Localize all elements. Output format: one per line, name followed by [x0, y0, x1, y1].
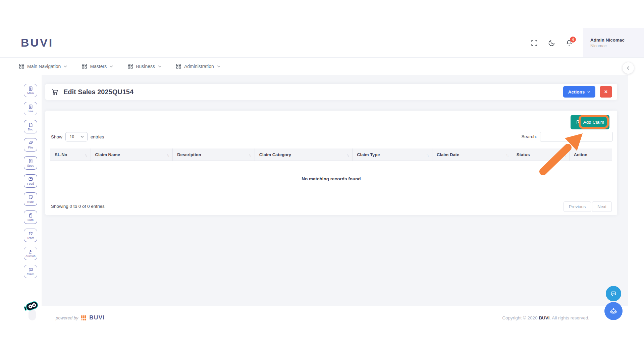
pagination: Previous Next	[564, 201, 612, 212]
chat-bubble-icon	[28, 267, 33, 272]
column-header-slno[interactable]: SL.No ↑↓	[50, 148, 91, 161]
column-header-description[interactable]: Description ↑↓	[173, 148, 255, 161]
nav-label: Main Navigation	[27, 64, 61, 69]
column-header-claim-name[interactable]: Claim Name ↑↓	[91, 148, 173, 161]
gavel-icon	[28, 249, 33, 254]
sidebar-item-sum[interactable]: Sum	[24, 210, 37, 224]
tag-icon	[28, 213, 33, 218]
grid-icon	[82, 64, 87, 69]
cart-icon	[51, 88, 59, 96]
sidebar-item-label: Auction	[25, 254, 36, 258]
document-lines-icon	[28, 104, 33, 109]
empty-table-message: No matching records found	[302, 176, 361, 181]
collapse-panel-button[interactable]	[623, 62, 634, 74]
page-title-card: Edit Sales 2025QU154 Actions ×	[45, 84, 617, 100]
sidebar-item-label: Spec	[27, 164, 34, 167]
sidebar-item-label: Claim	[27, 273, 35, 276]
sidebar-item-team[interactable]: Team	[24, 229, 37, 242]
fullscreen-icon[interactable]	[531, 39, 538, 47]
column-label: SL.No	[55, 152, 67, 157]
app-logo[interactable]: BUVI	[21, 36, 53, 49]
add-claim-icon	[576, 120, 581, 125]
chat-fab-button[interactable]	[606, 286, 621, 301]
previous-page-button[interactable]: Previous	[564, 201, 591, 212]
nav-label: Masters	[90, 64, 107, 69]
robot-assistant-fab-button[interactable]	[604, 302, 623, 320]
document-lines-icon	[28, 159, 33, 164]
note-icon	[28, 195, 33, 200]
page-size-select[interactable]: 10	[65, 132, 88, 141]
sidebar-item-file[interactable]: File	[24, 138, 37, 152]
page-size-value: 10	[70, 134, 74, 139]
actions-button-label: Actions	[568, 89, 585, 95]
chat-dots-icon	[610, 290, 617, 297]
nav-label: Business	[136, 64, 155, 69]
grid-icon	[176, 64, 181, 69]
close-button[interactable]: ×	[600, 86, 612, 98]
copyright-prefix: Copyright © 2020	[502, 315, 539, 320]
notifications-bell-icon[interactable]: 4	[566, 39, 573, 47]
chevron-down-icon	[217, 65, 220, 67]
search-label: Search:	[521, 134, 537, 139]
column-label: Status	[517, 152, 530, 157]
sort-icons: ↑↓	[506, 153, 508, 156]
sort-icons: ↑↓	[85, 153, 87, 156]
search-input[interactable]	[540, 132, 612, 141]
sidebar-item-label: Doc	[28, 128, 33, 131]
robot-icon	[609, 307, 618, 315]
sidebar-item-feed[interactable]: Feed	[24, 174, 37, 188]
table-header-row: SL.No ↑↓ Claim Name ↑↓ Description ↑↓ Cl…	[50, 148, 612, 161]
column-header-status[interactable]: Status ↑↓	[512, 148, 570, 161]
table-empty-body: No matching records found	[50, 161, 612, 197]
powered-by: powered by BUVI	[56, 314, 105, 321]
feedback-icon	[28, 177, 33, 182]
sidebar-item-label: File	[28, 146, 33, 149]
dark-mode-moon-icon[interactable]	[548, 39, 555, 47]
entries-label: entries	[91, 134, 104, 139]
grid-icon	[19, 64, 24, 69]
add-claim-label: Add Claim	[583, 120, 604, 125]
nav-item-main-navigation[interactable]: Main Navigation	[19, 64, 67, 69]
sidebar-item-label: Feed	[27, 182, 34, 185]
chevron-down-icon	[64, 65, 67, 67]
next-page-button[interactable]: Next	[592, 201, 612, 212]
sidebar-item-main[interactable]: Main	[24, 84, 37, 97]
column-label: Claim Type	[357, 152, 380, 157]
team-icon	[28, 231, 33, 236]
show-label: Show	[51, 134, 62, 139]
sidebar-item-claim[interactable]: Claim	[24, 265, 37, 278]
sidebar-item-spec[interactable]: Spec	[24, 156, 37, 170]
nav-item-administration[interactable]: Administration	[176, 64, 220, 69]
sidebar-item-line[interactable]: Line	[24, 102, 37, 115]
column-header-claim-category[interactable]: Claim Category ↑↓	[255, 148, 353, 161]
sidebar-item-doc[interactable]: Doc	[24, 120, 37, 133]
column-label: Claim Category	[259, 152, 291, 157]
sidebar-item-auction[interactable]: Auction	[24, 247, 37, 260]
top-header-bar: BUVI 4 Admin Nicomac Nicomac	[0, 28, 644, 58]
copyright-text: Copyright © 2020 BUVI. All rights reserv…	[502, 315, 589, 320]
column-header-claim-date[interactable]: Claim Date ↑↓	[432, 148, 512, 161]
actions-button[interactable]: Actions	[563, 86, 595, 98]
column-header-claim-type[interactable]: Claim Type ↑↓	[353, 148, 432, 161]
claims-table-card: Add Claim Show 10 entries Search: SL.No …	[45, 111, 617, 215]
nav-item-masters[interactable]: Masters	[82, 64, 113, 69]
sidebar-item-label: Line	[28, 110, 34, 113]
nav-label: Administration	[184, 64, 214, 69]
grid-icon	[128, 64, 133, 69]
copyright-brand: BUVI	[539, 315, 549, 320]
file-icon	[28, 122, 33, 127]
column-header-action: Action	[570, 148, 612, 161]
sidebar-item-note[interactable]: Note	[24, 192, 37, 206]
nav-item-business[interactable]: Business	[128, 64, 161, 69]
chevron-down-icon	[587, 91, 590, 93]
page-title: Edit Sales 2025QU154	[63, 88, 133, 96]
left-icon-rail: Main Line Doc File Spec Feed Note Sum Te…	[0, 75, 42, 306]
notification-badge: 4	[570, 37, 576, 43]
chatbot-mascot[interactable]	[23, 301, 42, 321]
document-lines-icon	[28, 86, 33, 91]
chevron-down-icon	[158, 65, 161, 67]
sidebar-item-label: Sum	[28, 218, 34, 222]
user-role: Nicomac	[590, 44, 644, 48]
add-claim-button[interactable]: Add Claim	[571, 115, 609, 129]
user-menu[interactable]: Admin Nicomac Nicomac	[583, 28, 644, 57]
